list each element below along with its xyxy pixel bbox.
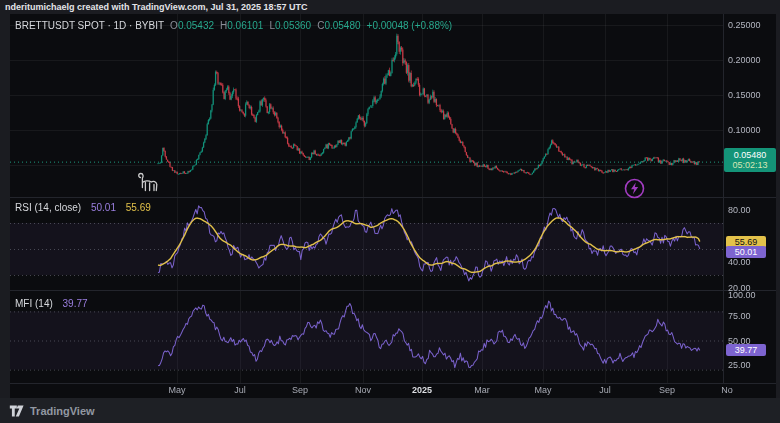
scale-tick-label: 25.00 [728,360,751,370]
mfi-label: MFI (14) [15,298,53,309]
ohlc-item: H0.06101 [214,20,263,31]
scale-tick-label: 0.25000 [728,20,761,30]
scale-tick-label: 0.15000 [728,90,761,100]
symbol-legend-row[interactable]: BRETTUSDT SPOT · 1D · BYBITO0.05432H0.06… [15,20,452,31]
scale-tick-label: 40.00 [728,257,751,267]
footer-bar: TradingView [0,398,780,423]
indicator-value-badge: 39.77 [726,344,766,356]
mfi-legend-row[interactable]: MFI (14) 39.77 [15,298,88,309]
time-axis-label: Sep [292,385,308,395]
scale-tick-label: 0.20000 [728,55,761,65]
dinosaur-icon [135,171,161,195]
attribution-text: nderitumichaelg created with TradingView… [5,2,308,12]
tradingview-brand-text: TradingView [30,405,95,417]
change-value: +0.00048 (+0.88%) [367,20,453,31]
last-price: 0.05480 [725,150,775,160]
time-axis-label: No [721,385,733,395]
ohlc-values: O0.05432H0.06101L0.05360C0.05480 [164,20,360,31]
attribution-bar: nderitumichaelg created with TradingView… [0,0,780,14]
time-axis-label: May [168,385,185,395]
symbol-title: BRETTUSDT SPOT · 1D · BYBIT [15,20,164,31]
time-axis-label: Sep [659,385,675,395]
rsi-legend-row[interactable]: RSI (14, close) 50.01 55.69 [15,202,151,213]
bar-countdown: 05:02:13 [725,160,775,170]
mfi-value: 39.77 [63,298,88,309]
rsi-ma-value: 55.69 [126,202,151,213]
scale-tick-label: 75.00 [728,311,751,321]
last-price-badge: 0.05480 05:02:13 [724,148,776,172]
time-axis-label: Jul [234,385,246,395]
time-axis-label: Mar [474,385,490,395]
ohlc-item: C0.05480 [311,20,360,31]
rsi-label: RSI (14, close) [15,202,81,213]
ohlc-item: O0.05432 [164,20,214,31]
rsi-value: 50.01 [91,202,116,213]
tradingview-snapshot: { "attribution": "nderitumichaelg create… [0,0,780,423]
time-axis-label: 2025 [412,385,432,395]
scale-tick-label: 0.10000 [728,125,761,135]
time-axis-label: Nov [355,385,371,395]
tradingview-logo-icon[interactable] [9,404,24,418]
chart-area: BRETTUSDT SPOT · 1D · BYBITO0.05432H0.06… [10,14,776,398]
scale-tick-label: 80.00 [728,205,751,215]
scale-tick-label: 100.00 [728,290,756,300]
time-axis-label: May [534,385,551,395]
lightning-boost-icon[interactable] [623,177,646,200]
time-axis-label: Jul [599,385,611,395]
ohlc-item: L0.05360 [263,20,311,31]
indicator-value-badge: 50.01 [726,246,766,258]
